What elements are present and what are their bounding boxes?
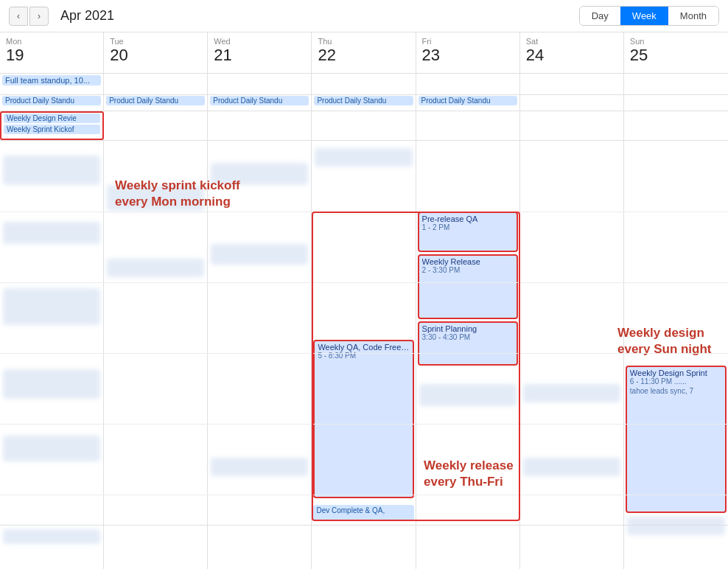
day-headers: Mon 19 Tue 20 Wed 21 Thu 22 Fri 23 Sat 2… <box>0 32 728 74</box>
bottom-tue <box>104 526 208 569</box>
day-header-thu: Thu 22 <box>312 32 416 73</box>
dev-complete-event[interactable]: Dev Complete & QA, <box>313 505 413 521</box>
standup-fri-event[interactable]: Product Daily Standu <box>419 96 517 105</box>
weekly-wed <box>208 111 312 140</box>
blur-event-mon-3 <box>3 288 100 325</box>
blur-event-tue-1 <box>107 185 204 211</box>
day-header-fri: Fri 23 <box>416 32 520 73</box>
col-sun: Weekly Design Sprint 6 - 11:30 PM ......… <box>624 141 728 568</box>
bottom-fri <box>416 526 520 569</box>
col-tue <box>104 141 208 568</box>
all-day-wed <box>208 74 312 94</box>
weekly-thu <box>312 111 416 140</box>
weekly-release-event[interactable]: Weekly Release 2 - 3:30 PM <box>418 254 518 319</box>
day-header-wed: Wed 21 <box>208 32 312 73</box>
blur-event-mon-1 <box>3 156 100 185</box>
design-sprint-time: 6 - 11:30 PM ...... <box>630 377 722 385</box>
month-title: Apr 2021 <box>60 8 579 24</box>
standup-sat <box>520 95 624 111</box>
weekly-design-sprint-event[interactable]: Weekly Design Sprint 6 - 11:30 PM ......… <box>626 366 727 513</box>
standup-wed-event[interactable]: Product Daily Standu <box>210 96 309 105</box>
sprint-planning-event[interactable]: Sprint Planning 3:30 - 4:30 PM <box>418 321 518 366</box>
blur-event-fri-1 <box>419 384 517 406</box>
standup-wed: Product Daily Standu <box>208 95 312 111</box>
weekly-design-review-event[interactable]: Weekly Design Revie <box>4 114 100 123</box>
bottom-wed <box>208 526 312 569</box>
weekly-qa-time: 5 - 8:30 PM <box>318 352 409 360</box>
prerelease-qa-event[interactable]: Pre-release QA 1 - 2 PM <box>418 212 518 252</box>
dev-complete-title: Dev Complete & QA, <box>316 506 385 514</box>
day-header-sun: Sun 25 <box>624 32 728 73</box>
blur-event-wed-2 <box>211 244 308 265</box>
all-day-mon: Full team standup, 10... <box>0 74 104 94</box>
weekly-sat <box>520 111 624 140</box>
weekly-tue <box>104 111 208 140</box>
full-team-standup-event[interactable]: Full team standup, 10... <box>2 75 101 85</box>
standup-sun <box>624 95 728 111</box>
standup-fri: Product Daily Standu <box>416 95 520 111</box>
weekly-sprint-kickoff-event[interactable]: Weekly Sprint Kickof <box>4 125 100 134</box>
weekly-sun <box>624 111 728 140</box>
blur-event-sat-2 <box>523 458 620 476</box>
blur-event-thu-1 <box>315 148 412 167</box>
standup-tue-event[interactable]: Product Daily Standu <box>106 96 205 105</box>
standup-mon-event[interactable]: Product Daily Standu <box>2 96 101 105</box>
view-toggle: Day Week Month <box>579 6 719 26</box>
blur-bottom-mon <box>3 529 100 544</box>
design-sprint-title: Weekly Design Sprint <box>630 369 722 377</box>
weekly-release-time: 2 - 3:30 PM <box>422 266 514 274</box>
design-sprint-sub: tahoe leads sync, 7 <box>630 387 722 395</box>
all-day-tue <box>104 74 208 94</box>
blur-event-mon-5 <box>3 436 100 461</box>
weekly-qa-title: Weekly QA, Code Freeze <box>318 343 409 352</box>
bottom-sun <box>624 526 728 569</box>
day-header-sat: Sat 24 <box>520 32 624 73</box>
sprint-planning-title: Sprint Planning <box>422 324 514 333</box>
weekly-mon: Weekly Design Revie Weekly Sprint Kickof <box>0 111 104 140</box>
col-mon <box>0 141 104 568</box>
standup-mon: Product Daily Standu <box>0 95 104 111</box>
day-header-tue: Tue 20 <box>104 32 208 73</box>
calendar-body: Mon 19 Tue 20 Wed 21 Thu 22 Fri 23 Sat 2… <box>0 32 728 569</box>
all-day-fri <box>416 74 520 94</box>
all-day-thu <box>312 74 416 94</box>
all-day-sun <box>624 74 728 94</box>
blur-event-wed-1 <box>211 163 308 185</box>
standup-thu-event[interactable]: Product Daily Standu <box>314 96 413 105</box>
col-wed <box>208 141 312 568</box>
col-fri: Pre-release QA 1 - 2 PM Weekly Release 2… <box>416 141 520 568</box>
bottom-sat <box>520 526 624 569</box>
col-sat <box>520 141 624 568</box>
view-day-button[interactable]: Day <box>580 7 620 25</box>
prev-button[interactable]: ‹ <box>9 7 28 26</box>
view-week-button[interactable]: Week <box>620 7 668 25</box>
weekly-events-row: Weekly Design Revie Weekly Sprint Kickof <box>0 111 728 141</box>
blur-event-tue-2 <box>107 259 204 277</box>
lower-grid: Weekly QA, Code Freeze 5 - 8:30 PM Dev C… <box>0 141 728 568</box>
blur-event-wed-3 <box>211 458 308 476</box>
standup-row: Product Daily Standu Product Daily Stand… <box>0 95 728 111</box>
blur-event-sat-1 <box>523 384 620 402</box>
all-day-sat <box>520 74 624 94</box>
sprint-planning-time: 3:30 - 4:30 PM <box>422 333 514 341</box>
blur-event-mon-4 <box>3 369 100 399</box>
standup-tue: Product Daily Standu <box>104 95 208 111</box>
prerelease-title: Pre-release QA <box>422 214 514 223</box>
view-month-button[interactable]: Month <box>668 7 718 25</box>
prerelease-time: 1 - 2 PM <box>422 223 514 231</box>
bottom-row <box>0 525 728 569</box>
weekly-qa-event[interactable]: Weekly QA, Code Freeze 5 - 8:30 PM <box>313 340 413 498</box>
standup-thu: Product Daily Standu <box>312 95 416 111</box>
blur-event-mon-2 <box>3 222 100 244</box>
bottom-thu <box>312 526 416 569</box>
weekly-fri <box>416 111 520 140</box>
main-area: Weekly QA, Code Freeze 5 - 8:30 PM Dev C… <box>0 141 728 569</box>
all-day-row: Full team standup, 10... <box>0 74 728 95</box>
nav-buttons: ‹ › <box>9 7 49 26</box>
weekly-release-title: Weekly Release <box>422 257 514 266</box>
calendar-header: ‹ › Apr 2021 Day Week Month <box>0 0 728 32</box>
day-header-mon: Mon 19 <box>0 32 104 73</box>
col-thu: Weekly QA, Code Freeze 5 - 8:30 PM Dev C… <box>312 141 416 568</box>
bottom-mon <box>0 526 104 569</box>
next-button[interactable]: › <box>29 7 49 26</box>
